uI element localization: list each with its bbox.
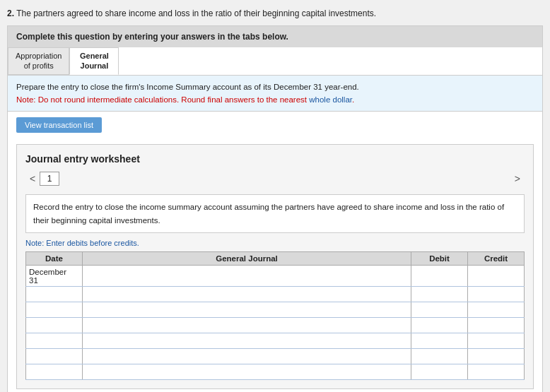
instruction-main: Prepare the entry to close the firm's In…	[16, 81, 534, 93]
date-cell-3	[26, 302, 83, 318]
tab-general-journal[interactable]: General Journal	[69, 47, 119, 75]
entry-note: Note: Enter debits before credits.	[25, 239, 525, 247]
complete-box: Complete this question by entering your …	[8, 26, 542, 47]
journal-input-1[interactable]	[83, 266, 411, 286]
journal-input-5[interactable]	[83, 333, 411, 348]
credit-cell-7[interactable]	[468, 364, 525, 380]
complete-label: Complete this question by entering your …	[16, 32, 288, 42]
debit-input-6[interactable]	[411, 349, 467, 364]
debit-input-2[interactable]	[411, 287, 467, 302]
journal-cell-7[interactable]	[83, 364, 411, 380]
journal-input-4[interactable]	[83, 318, 411, 333]
credit-input-1[interactable]	[468, 266, 524, 286]
credit-input-7[interactable]	[468, 364, 524, 379]
debit-cell-1[interactable]	[411, 266, 468, 287]
view-transaction-button[interactable]: View transaction list	[16, 117, 102, 133]
journal-table: Date General Journal Debit Credit Decemb…	[25, 251, 525, 380]
debit-cell-5[interactable]	[411, 333, 468, 349]
table-row	[26, 318, 525, 333]
entry-description-box: Record the entry to close the income sum…	[25, 194, 525, 233]
debit-input-3[interactable]	[411, 302, 467, 317]
header-general-journal: General Journal	[83, 252, 411, 266]
credit-cell-5[interactable]	[468, 333, 525, 349]
page-wrapper: 2. The partners agreed to share income a…	[7, 7, 543, 392]
credit-input-2[interactable]	[468, 287, 524, 302]
nav-right-arrow[interactable]: >	[510, 172, 525, 186]
journal-section: Journal entry worksheet < 1 > Record the…	[16, 144, 534, 389]
debit-input-1[interactable]	[411, 266, 467, 286]
journal-input-7[interactable]	[83, 364, 411, 379]
journal-input-3[interactable]	[83, 302, 411, 317]
journal-title: Journal entry worksheet	[25, 153, 525, 165]
debit-cell-6[interactable]	[411, 349, 468, 364]
table-row: December31	[26, 266, 525, 287]
credit-cell-3[interactable]	[468, 302, 525, 318]
debit-cell-4[interactable]	[411, 318, 468, 333]
view-transaction-container: View transaction list	[8, 112, 542, 138]
debit-input-7[interactable]	[411, 364, 467, 379]
debit-input-5[interactable]	[411, 333, 467, 348]
entry-description-text: Record the entry to close the income sum…	[33, 203, 504, 224]
credit-input-6[interactable]	[468, 349, 524, 364]
instruction-box: Prepare the entry to close the firm's In…	[8, 76, 542, 112]
debit-cell-3[interactable]	[411, 302, 468, 318]
note-highlight: whole dollar	[309, 95, 352, 104]
note-red-part: Note: Do not round intermediate calculat…	[16, 95, 354, 104]
journal-input-6[interactable]	[83, 349, 411, 364]
table-row	[26, 302, 525, 318]
date-cell-5	[26, 333, 83, 349]
journal-cell-4[interactable]	[83, 318, 411, 333]
credit-input-5[interactable]	[468, 333, 524, 348]
tab-appropriation[interactable]: Appropriation of profits	[8, 47, 69, 75]
table-row	[26, 287, 525, 302]
nav-left-arrow[interactable]: <	[25, 172, 40, 186]
journal-cell-5[interactable]	[83, 333, 411, 349]
journal-cell-3[interactable]	[83, 302, 411, 318]
credit-cell-2[interactable]	[468, 287, 525, 302]
credit-cell-6[interactable]	[468, 349, 525, 364]
header-debit: Debit	[411, 252, 468, 266]
journal-cell-6[interactable]	[83, 349, 411, 364]
credit-cell-4[interactable]	[468, 318, 525, 333]
question-header: 2. The partners agreed to share income a…	[7, 7, 543, 20]
question-number: 2.	[7, 8, 14, 18]
main-card: Complete this question by entering your …	[7, 25, 543, 392]
table-row	[26, 349, 525, 364]
table-row	[26, 364, 525, 380]
journal-cell-1[interactable]	[83, 266, 411, 287]
credit-input-3[interactable]	[468, 302, 524, 317]
date-cell-1: December31	[26, 266, 83, 287]
journal-cell-2[interactable]	[83, 287, 411, 302]
instruction-note: Note: Do not round intermediate calculat…	[16, 93, 534, 106]
journal-input-2[interactable]	[83, 287, 411, 302]
nav-page-number: 1	[40, 172, 59, 186]
nav-row: < 1 >	[25, 172, 525, 186]
debit-input-4[interactable]	[411, 318, 467, 333]
credit-input-4[interactable]	[468, 318, 524, 333]
date-cell-7	[26, 364, 83, 380]
question-text: The partners agreed to share income and …	[16, 8, 376, 18]
tabs-row: Appropriation of profits General Journal	[8, 47, 542, 76]
credit-cell-1[interactable]	[468, 266, 525, 287]
date-cell-6	[26, 349, 83, 364]
table-header-row: Date General Journal Debit Credit	[26, 252, 525, 266]
debit-cell-7[interactable]	[411, 364, 468, 380]
table-row	[26, 333, 525, 349]
date-cell-2	[26, 287, 83, 302]
debit-cell-2[interactable]	[411, 287, 468, 302]
header-credit: Credit	[468, 252, 525, 266]
date-cell-4	[26, 318, 83, 333]
header-date: Date	[26, 252, 83, 266]
